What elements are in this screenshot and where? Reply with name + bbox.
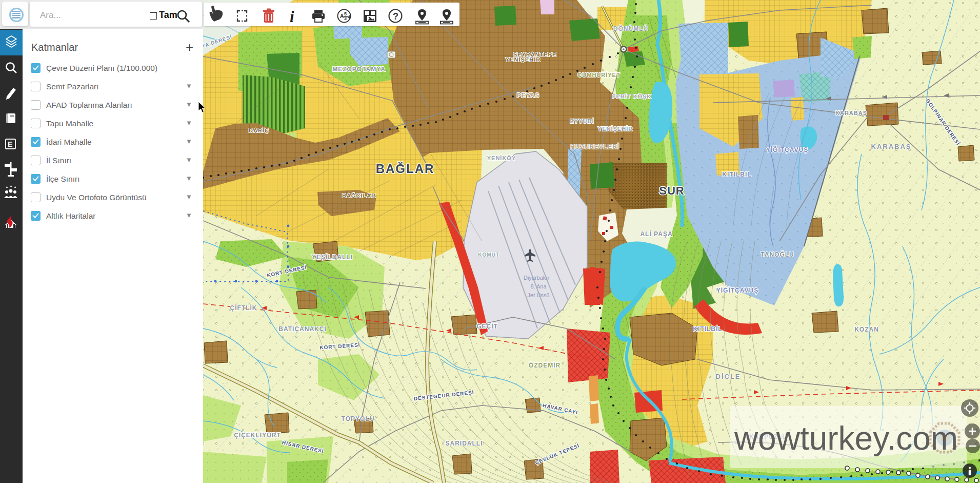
svg-text:DÖNÜMLÜ: DÖNÜMLÜ <box>613 25 648 32</box>
svg-text:YENİŞEHİR: YENİŞEHİR <box>598 126 633 132</box>
svg-text:MEZOPOTAMYA: MEZOPOTAMYA <box>332 66 386 73</box>
svg-text:KOZAN: KOZAN <box>854 326 879 333</box>
svg-text:SEYRANTEPE: SEYRANTEPE <box>513 51 557 57</box>
svg-text:?: ? <box>393 11 398 22</box>
svg-text:BATIÇANAKÇI: BATIÇANAKÇI <box>278 325 326 333</box>
svg-text:CUMHURİYET: CUMHURİYET <box>577 72 620 78</box>
svg-text:KARABAŞ: KARABAŞ <box>871 143 912 150</box>
svg-text:DİCLE: DİCLE <box>716 373 741 380</box>
svg-text:YEŞİLDALLI: YEŞİLDALLI <box>312 253 353 261</box>
svg-text:TOPYOLU: TOPYOLU <box>342 415 375 422</box>
svg-text:SARIDALLI: SARIDALLI <box>446 440 483 447</box>
svg-text:wowturkey.com: wowturkey.com <box>734 420 958 457</box>
svg-text:i: i <box>290 8 294 26</box>
svg-text:Diyarbakır: Diyarbakır <box>524 275 549 281</box>
svg-text:BAĞLAR: BAĞLAR <box>376 162 435 176</box>
svg-text:YİĞİTÇAVUŞ: YİĞİTÇAVUŞ <box>716 286 758 294</box>
svg-text:PEYAS: PEYAS <box>517 92 540 99</box>
svg-text:4: 4 <box>348 14 350 20</box>
svg-text:HUZUREVLERİ: HUZUREVLERİ <box>570 143 619 150</box>
svg-text:8. Ana: 8. Ana <box>530 283 547 289</box>
svg-text:KOMUT: KOMUT <box>478 252 499 258</box>
svg-text:ÇİFTLİK: ÇİFTLİK <box>230 304 257 312</box>
svg-text:ÇİÇEKLİYURT: ÇİÇEKLİYURT <box>234 431 281 439</box>
svg-text:YENİKÖY: YENİKÖY <box>487 155 516 161</box>
svg-text:KARABAŞ: KARABAŞ <box>835 110 867 116</box>
svg-text:FERİT KÖŞK: FERİT KÖŞK <box>612 93 652 100</box>
svg-text:Jet Üssü: Jet Üssü <box>528 292 550 298</box>
svg-text:KITILBIL: KITILBIL <box>722 171 751 178</box>
svg-text:ÖZDEMİR: ÖZDEMİR <box>529 361 561 369</box>
svg-text:TANOĞLU: TANOĞLU <box>761 250 794 258</box>
svg-text:BAĞCILAR: BAĞCILAR <box>342 192 376 199</box>
svg-text:DARİÇ: DARİÇ <box>249 127 269 133</box>
svg-text:ALİ PAŞA: ALİ PAŞA <box>640 230 672 238</box>
svg-text:KITILBİL: KITILBİL <box>693 325 722 333</box>
svg-text:GEÇİT: GEÇİT <box>476 322 498 330</box>
svg-text:SUR: SUR <box>659 184 684 197</box>
svg-text:EYYUBİ: EYYUBİ <box>570 118 594 124</box>
svg-text:YİĞİTÇAVUŞ: YİĞİTÇAVUŞ <box>766 146 808 153</box>
svg-text:A: A <box>340 13 344 19</box>
svg-text:E: E <box>8 140 12 148</box>
